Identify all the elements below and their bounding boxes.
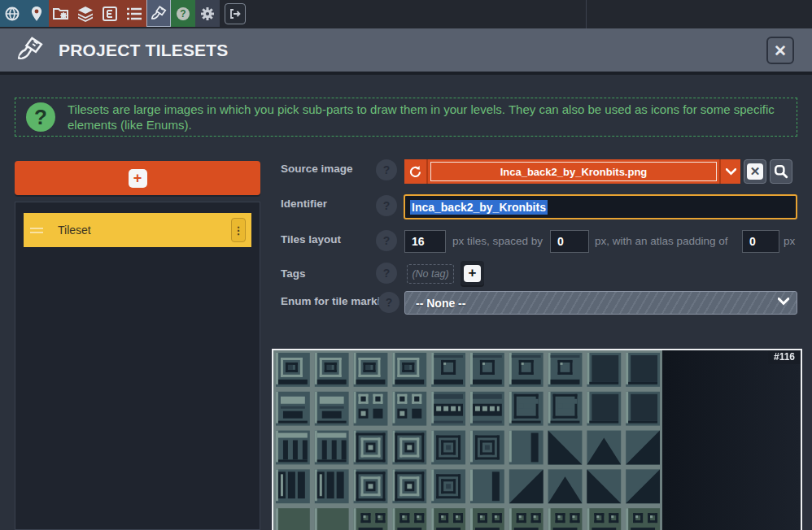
- enum-select[interactable]: -- None --: [404, 291, 797, 315]
- paintbrush-icon: [15, 35, 46, 66]
- panel-header: PROJECT TILESETS ✕: [0, 28, 812, 72]
- tilesets-button[interactable]: [146, 0, 171, 27]
- tile-spacing-input[interactable]: [550, 230, 589, 253]
- gear-icon: [199, 6, 216, 22]
- identifier-selected-text: Inca_back2_by_Kronbits: [410, 200, 548, 215]
- enum-select-value: -- None --: [416, 297, 465, 310]
- refresh-icon: [408, 165, 422, 179]
- tiles-text-3: px: [784, 235, 795, 247]
- add-tileset-button[interactable]: +: [15, 161, 260, 195]
- kebab-icon: ⋮: [234, 228, 244, 232]
- tileset-list-item[interactable]: Tileset ⋮: [24, 213, 251, 247]
- no-tag-placeholder: (No tag): [407, 264, 454, 284]
- tileset-item-label: Tileset: [58, 224, 91, 237]
- main-toolbar: ?: [0, 0, 812, 28]
- map-pin-icon: [30, 6, 43, 22]
- tileset-image[interactable]: [273, 350, 801, 530]
- atlas-padding-input[interactable]: [742, 230, 779, 253]
- tags-help-icon[interactable]: ?: [376, 263, 397, 284]
- identifier-label: Identifier: [281, 198, 327, 210]
- tiles-text-2: px, with an atlas padding of: [595, 235, 728, 247]
- tile-size-input[interactable]: [404, 230, 446, 253]
- source-image-dropdown[interactable]: Inca_back2_by_Kronbits.png: [428, 159, 719, 184]
- toolbar-separator: [586, 0, 587, 28]
- help-infobox: ? Tilesets are large images in which you…: [15, 98, 797, 137]
- close-button[interactable]: ✕: [766, 37, 794, 64]
- tiles-layout-label: Tiles layout: [281, 233, 341, 245]
- list-icon: [125, 6, 143, 22]
- chevron-down-icon: [726, 168, 736, 176]
- source-image-label: Source image: [281, 163, 353, 175]
- brush-icon: [150, 4, 168, 22]
- enums-button[interactable]: [122, 0, 146, 27]
- folder-gear-icon: [52, 6, 70, 22]
- tiles-layout-help-icon[interactable]: ?: [376, 230, 397, 251]
- question-icon: ?: [175, 6, 191, 22]
- exit-button[interactable]: [225, 3, 246, 24]
- source-image-chevron-button[interactable]: [719, 159, 740, 184]
- source-image-widget: Inca_back2_by_Kronbits.png: [404, 159, 740, 184]
- enum-help-icon[interactable]: ?: [378, 292, 399, 313]
- project-settings-button[interactable]: [49, 0, 73, 27]
- tileset-list-panel: Tileset ⋮: [15, 202, 260, 530]
- help-text: Tilesets are large images in which you p…: [68, 102, 788, 132]
- entities-button[interactable]: [98, 0, 122, 27]
- entity-icon: [102, 6, 118, 22]
- source-image-help-icon[interactable]: ?: [376, 159, 397, 180]
- svg-text:?: ?: [180, 8, 186, 20]
- locate-file-button[interactable]: [770, 159, 792, 184]
- magnifier-icon: [774, 164, 788, 179]
- world-button[interactable]: [0, 0, 24, 27]
- help-question-icon: ?: [26, 102, 55, 132]
- chevron-down-icon: [778, 298, 789, 306]
- header-shadow: [0, 72, 812, 75]
- help-button[interactable]: ?: [171, 0, 195, 27]
- page-title: PROJECT TILESETS: [59, 41, 229, 60]
- settings-button[interactable]: [195, 0, 220, 27]
- identifier-input[interactable]: Inca_back2_by_Kronbits: [404, 194, 797, 219]
- source-image-value: Inca_back2_by_Kronbits.png: [500, 166, 648, 178]
- clear-x-icon: ✕: [747, 163, 763, 180]
- plus-icon: +: [129, 169, 147, 188]
- tags-label: Tags: [281, 267, 306, 280]
- tileset-preview[interactable]: #116: [272, 349, 802, 530]
- clear-source-button[interactable]: ✕: [744, 159, 766, 184]
- layers-button[interactable]: [73, 0, 98, 27]
- tile-count-badge: #116: [768, 350, 801, 364]
- globe-icon: [4, 6, 20, 22]
- tiles-text-1: px tiles, spaced by: [452, 235, 543, 247]
- layers-icon: [76, 6, 94, 22]
- levels-button[interactable]: [24, 0, 49, 27]
- item-menu-button[interactable]: ⋮: [231, 218, 246, 242]
- identifier-help-icon[interactable]: ?: [376, 195, 397, 216]
- drag-handle-icon[interactable]: [30, 228, 43, 233]
- refresh-button[interactable]: [404, 159, 428, 184]
- plus-icon: +: [464, 265, 481, 282]
- exit-icon: [229, 7, 242, 20]
- enum-marking-label: Enum for tile marking: [281, 295, 394, 307]
- add-tag-button[interactable]: +: [461, 261, 484, 285]
